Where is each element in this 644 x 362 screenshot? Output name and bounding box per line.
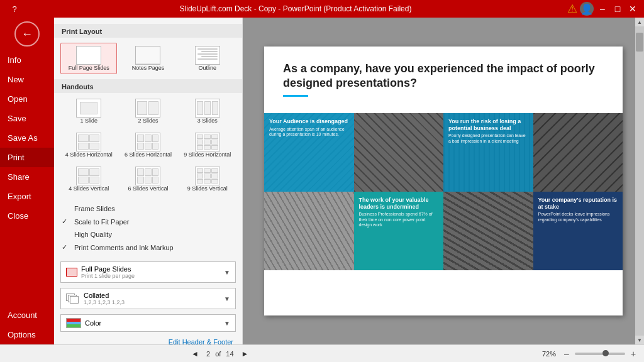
preview-scrollbar: ▲ ▼ (635, 18, 644, 344)
dropdown3-arrow: ▼ (224, 320, 230, 327)
layout-thumb-outline (195, 46, 220, 65)
thumb-4h (76, 133, 101, 151)
label-9h: 9 Slides Horizontal (184, 151, 231, 158)
sidebar-item-info[interactable]: Info (0, 50, 54, 70)
scrollbar-thumb[interactable] (636, 33, 643, 52)
title-bar: ? SlideUpLift.com Deck - Copy - PowerPoi… (0, 0, 644, 18)
img-cell-7 (443, 192, 533, 270)
zoom-in-button[interactable]: + (628, 348, 639, 359)
label-6h: 6 Slides Horizontal (125, 151, 172, 158)
overlay-title-1: Your Audience is disengaged (269, 118, 349, 125)
sidebar-item-new[interactable]: New (0, 70, 54, 89)
dropdown-slides-per-page: Full Page Slides Print 1 slide per page … (60, 261, 236, 283)
minimize-button[interactable]: – (596, 3, 609, 15)
layout-label-notes: Notes Pages (132, 65, 165, 71)
overlay-text-3: Poorly designed presentation can leave a… (448, 133, 528, 144)
thumb-4v (76, 167, 101, 185)
label-9v: 9 Slides Vertical (187, 185, 228, 192)
overlay-title-3: You run the risk of losing a potential b… (448, 118, 528, 132)
next-page-button[interactable]: ► (239, 348, 252, 360)
layout-outline[interactable]: Outline (179, 43, 236, 74)
overlay-title-6: The work of your valuable leaders is und… (359, 197, 439, 211)
main-layout: ← Info New Open Save Save As Print Share… (0, 18, 644, 344)
dropdown3-control[interactable]: Color ▼ (60, 314, 236, 332)
sidebar-item-print[interactable]: Print (0, 148, 54, 167)
option-frame-slides[interactable]: Frame Slides (62, 202, 235, 215)
label-6v: 6 Slides Vertical (128, 185, 168, 192)
check-comments: ✓ (62, 243, 70, 251)
sidebar-item-options[interactable]: Options (0, 325, 54, 344)
handout-3slides[interactable]: 3 Slides (179, 96, 236, 127)
img-cell-1: Your Audience is disengaged Average atte… (264, 113, 354, 192)
layout-notes-pages[interactable]: Notes Pages (119, 43, 176, 74)
zoom-slider[interactable] (575, 353, 625, 355)
handout-9v[interactable]: 9 Slides Vertical (179, 163, 236, 195)
page-current: 2 (206, 350, 210, 358)
page-total: 14 (226, 350, 233, 358)
sidebar-item-export[interactable]: Export (0, 187, 54, 206)
img-cell-3: You run the risk of losing a potential b… (443, 113, 533, 192)
close-button[interactable]: ✕ (626, 3, 639, 15)
thumb-9v (195, 167, 220, 185)
dropdown-color: Color ▼ (60, 314, 236, 332)
zoom-percent: 72% (542, 350, 556, 358)
bottom-bar: ◄ 2 of 14 ► 72% – + (0, 344, 644, 362)
dropdown2-arrow: ▼ (224, 295, 230, 302)
thumb-1slide (76, 99, 101, 118)
back-button[interactable]: ← (14, 21, 40, 47)
dropdown1-control[interactable]: Full Page Slides Print 1 slide per page … (60, 261, 236, 283)
dropdown3-value: Color (85, 319, 224, 327)
sidebar-item-share[interactable]: Share (0, 167, 54, 187)
option-comments[interactable]: ✓ Print Comments and Ink Markup (62, 241, 235, 254)
handout-6v[interactable]: 6 Slides Vertical (119, 163, 176, 195)
img-cell-5 (264, 192, 354, 270)
slide-content: As a company, have you experienced the i… (264, 47, 623, 113)
dropdown2-control[interactable]: Collated 1,2,3 1,2,3 1,2,3 ▼ (60, 288, 236, 309)
handout-4v[interactable]: 4 Slides Vertical (60, 163, 117, 195)
overlay-text-8: PowerPoint decks leave impressions regar… (538, 212, 618, 222)
img-cell-4 (533, 113, 623, 192)
sidebar-item-open[interactable]: Open (0, 89, 54, 109)
handout-6h[interactable]: 6 Slides Horizontal (119, 129, 176, 161)
prev-page-button[interactable]: ◄ (189, 348, 201, 360)
label-frame: Frame Slides (74, 205, 115, 212)
img-cell-2 (354, 113, 444, 192)
title-bar-controls: ⚠ 👤 – □ ✕ (567, 2, 639, 16)
option-quality[interactable]: High Quality (62, 228, 235, 241)
dropdown2-value: Collated (84, 292, 224, 299)
zoom-thumb[interactable] (602, 350, 609, 356)
scroll-down-button[interactable]: ▼ (635, 336, 644, 344)
handout-2slides[interactable]: 2 Slides (119, 96, 176, 127)
dropdown1-value: Full Page Slides (81, 265, 224, 273)
page-separator: of (215, 350, 221, 358)
layout-label-full: Full Page Slides (69, 65, 109, 71)
layout-full-page-slides[interactable]: Full Page Slides (60, 43, 117, 74)
layout-thumb-notes (135, 46, 160, 65)
layout-label-outline: Outline (199, 65, 217, 71)
slide-container: As a company, have you experienced the i… (264, 47, 623, 315)
print-panel: Print Layout Full Page Slides Notes Page… (54, 18, 243, 344)
handout-9h[interactable]: 9 Slides Horizontal (179, 129, 236, 161)
slide-title: As a company, have you experienced the i… (283, 62, 604, 91)
label-4v: 4 Slides Vertical (69, 185, 109, 192)
help-button[interactable]: ? (12, 4, 16, 14)
maximize-button[interactable]: □ (611, 3, 624, 15)
option-scale[interactable]: ✓ Scale to Fit Paper (62, 215, 235, 228)
overlay-8: Your company's reputation is at stake Po… (533, 192, 623, 270)
handouts-grid: 1 Slide 2 Slides 3 Slides (54, 93, 242, 200)
sidebar-item-account[interactable]: Account (0, 305, 54, 325)
zoom-out-button[interactable]: – (561, 348, 572, 359)
handout-1slide[interactable]: 1 Slide (60, 96, 117, 127)
sidebar-item-save[interactable]: Save (0, 109, 54, 128)
sidebar-item-close[interactable]: Close (0, 206, 54, 226)
sidebar-item-save-as[interactable]: Save As (0, 128, 54, 148)
handout-4h[interactable]: 4 Slides Horizontal (60, 129, 117, 161)
scroll-up-button[interactable]: ▲ (635, 18, 644, 26)
edit-footer-link[interactable]: Edit Header & Footer (54, 336, 242, 344)
dropdown1-sub: Print 1 slide per page (81, 273, 224, 279)
title-bar-text: SlideUpLift.com Deck - Copy - PowerPoint… (24, 4, 567, 13)
title-bar-left: ? (5, 4, 24, 14)
label-2slides: 2 Slides (138, 118, 158, 124)
zoom-slider-wrap: – + (561, 348, 639, 359)
thumb-9h (195, 133, 220, 151)
